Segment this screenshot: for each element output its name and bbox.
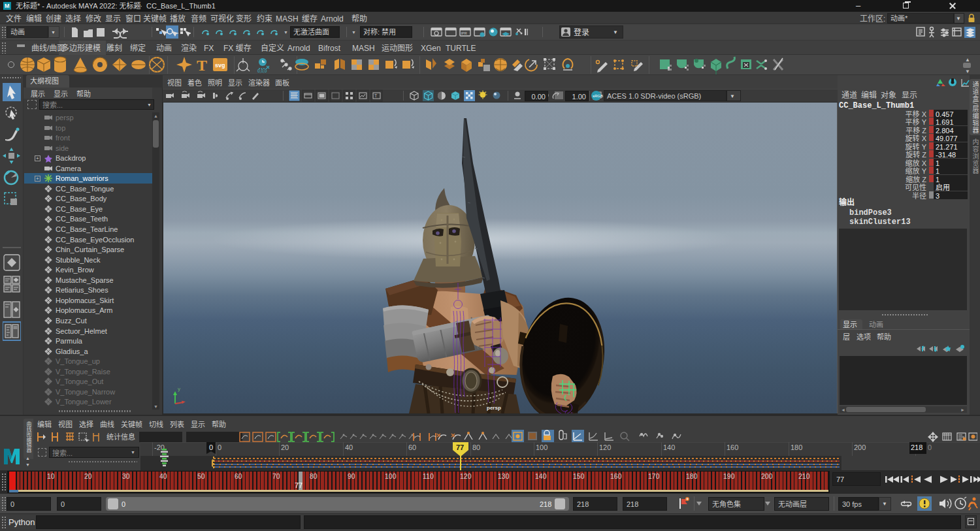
svg-text:svg: svg: [215, 62, 225, 69]
svg-text:y: y: [178, 386, 180, 392]
svg-text:IPR: IPR: [461, 31, 467, 35]
svg-text:0,0,0: 0,0,0: [257, 69, 267, 73]
svg-text:T: T: [197, 57, 207, 74]
svg-text:统计信息: 统计信息: [106, 432, 135, 441]
svg-text:T: T: [374, 93, 378, 98]
